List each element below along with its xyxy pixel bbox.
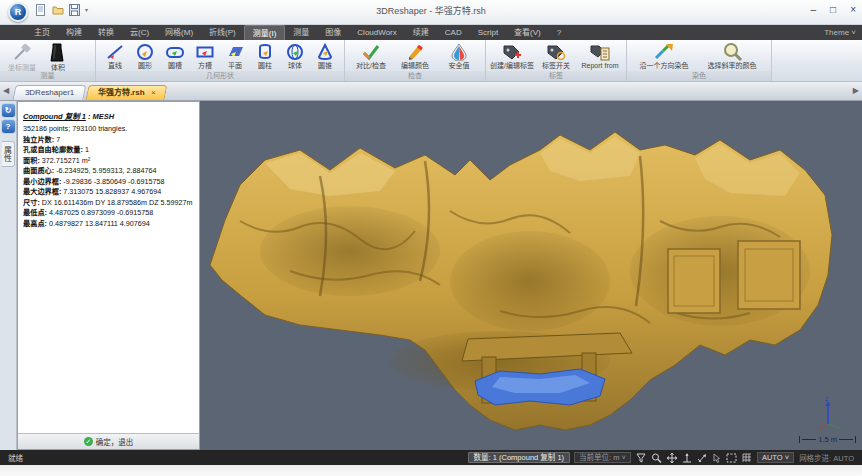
ribbon-tab-cad[interactable]: CAD <box>437 25 470 40</box>
shape-rect-slot-button[interactable]: 方槽 ▼ <box>190 41 220 75</box>
tag-switch-icon <box>545 42 567 62</box>
filter-icon[interactable] <box>636 453 646 463</box>
group-label-shapes: 几何形状 <box>96 71 344 81</box>
rect-slot-shape-icon <box>195 42 215 62</box>
color-along-direction-button[interactable]: 沿一个方向染色 <box>631 41 697 70</box>
doc-tab-huaqiangfangte[interactable]: 华强方特.rsh× <box>86 85 169 100</box>
ribbon-tab-home[interactable]: 主页 <box>26 25 58 40</box>
mesh-stat-lowest: 最低点: 4.487025 0.8973099 -0.6915758 <box>23 208 195 219</box>
mesh-stat-bbox-min: 最小边界框: -9.29836 -3.850649 -0.6915758 <box>23 177 195 188</box>
ribbon-body: 坐标测量 体积 ▼ 测量 直线 ▼ <box>0 40 862 82</box>
zoom-icon[interactable] <box>651 453 662 463</box>
mesh-stat-points: 352186 points; 793100 triangles. <box>23 124 195 135</box>
safety-value-button[interactable]: 安全值 <box>437 41 481 70</box>
axis-z-label: z <box>825 395 829 402</box>
minimize-button[interactable]: – <box>811 2 817 18</box>
ribbon-empty-space <box>772 40 862 81</box>
mesh-render <box>200 101 862 450</box>
doc-tabs-next-icon[interactable]: ▶ <box>853 86 859 95</box>
ribbon-tab-strip: 主页 构建 转换 云(C) 网格(M) 折线(P) 测量(I) 测量 图像 Cl… <box>0 25 862 40</box>
mesh-stat-highest: 最高点: 0.4879827 13.847111 4.907694 <box>23 219 195 230</box>
shape-line-button[interactable]: 直线 ▼ <box>100 41 130 75</box>
shape-circle-button[interactable]: 圆形 ▼ <box>130 41 160 75</box>
mesh-stat-bbox-max: 最大边界框: 7.313075 15.828937 4.967694 <box>23 187 195 198</box>
tag-plus-icon <box>501 42 523 62</box>
ribbon-tab-survey[interactable]: 测量 <box>285 25 317 40</box>
ribbon-group-inspect: 对比/检查 编辑颜色 安全值 检查 <box>345 40 486 81</box>
shape-plane-button[interactable]: 平面 ▼ <box>220 41 250 75</box>
rainbow-drop-icon <box>451 42 467 62</box>
group-label-inspect: 检查 <box>345 71 485 81</box>
color-pencil-icon <box>405 42 425 62</box>
properties-tab[interactable]: 属性 <box>2 141 15 167</box>
help-icon[interactable]: ? <box>2 120 15 133</box>
title-bar: R ▾ 3DReshaper - 华强方特.rsh – □ × <box>0 0 862 25</box>
document-tab-bar: ◀ 3DReshaper1 华强方特.rsh× ▶ <box>0 82 862 101</box>
ribbon-tab-extend[interactable]: 续建 <box>405 25 437 40</box>
grid-icon[interactable] <box>742 453 752 463</box>
shape-cone-button[interactable]: 圆锥 ▼ <box>310 41 340 75</box>
ribbon-tab-cloud[interactable]: 云(C) <box>122 25 157 40</box>
ribbon-tab-image[interactable]: 图像 <box>317 25 349 40</box>
mesh-stat-area: 面积: 372.715271 m² <box>23 156 195 167</box>
shape-sphere-button[interactable]: 球体 ▼ <box>280 41 310 75</box>
create-edit-label-button[interactable]: 创建/编辑标签 <box>490 41 534 70</box>
edit-colors-button[interactable]: 编辑颜色 <box>393 41 437 70</box>
shape-cylinder-button[interactable]: 圆柱 ▼ <box>250 41 280 75</box>
slope-color-button[interactable]: 选择斜率的颜色 <box>697 41 767 70</box>
close-button[interactable]: × <box>850 2 856 18</box>
ribbon-tab-construct[interactable]: 构建 <box>58 25 90 40</box>
compare-inspect-button[interactable]: 对比/检查 <box>349 41 393 70</box>
axis-z-up-icon[interactable] <box>682 453 692 463</box>
back-icon[interactable]: ↻ <box>2 104 15 117</box>
group-label-labels: 标签 <box>486 71 626 81</box>
doc-tabs-prev-icon[interactable]: ◀ <box>3 86 9 95</box>
pick-icon[interactable] <box>712 453 721 463</box>
scale-bar-label: 1.5 m <box>818 435 837 444</box>
doc-tab-close-icon[interactable]: × <box>151 86 156 100</box>
tag-report-icon <box>589 42 611 62</box>
unit-dropdown[interactable]: 当前单位: m ˅ <box>574 452 631 463</box>
beaker-icon <box>49 42 67 64</box>
status-icons <box>636 453 752 463</box>
window-bottom-edge <box>0 465 862 476</box>
ribbon-tab-view[interactable]: 查看(V) <box>506 25 549 40</box>
coordinate-measure-button[interactable]: 坐标测量 <box>4 41 40 72</box>
toggle-labels-button[interactable]: 标签开关 <box>534 41 578 70</box>
mesh-stat-centroid: 曲面质心: -6.234925, 5.959313, 2.884764 <box>23 166 195 177</box>
selection-box-icon[interactable] <box>726 453 737 463</box>
hammer-icon <box>12 42 32 64</box>
left-icon-strip: ↻ ? 属性 <box>0 101 17 450</box>
slot-shape-icon <box>165 42 185 62</box>
selection-info[interactable]: 数量: 1 (Compound 复制 1) <box>468 452 570 463</box>
status-bar: 就绪 数量: 1 (Compound 复制 1) 当前单位: m ˅ AUTO … <box>0 450 862 465</box>
viewport-3d[interactable]: z 1.5 m <box>200 101 862 450</box>
move-icon[interactable] <box>667 453 677 463</box>
ok-exit-button[interactable]: ✓ 确定，退出 <box>78 435 140 448</box>
plane-shape-icon <box>225 42 245 62</box>
ribbon-tab-mesh[interactable]: 网格(M) <box>157 25 201 40</box>
auto-dropdown[interactable]: AUTO ˅ <box>757 452 794 463</box>
ribbon-tab-cloudworx[interactable]: CloudWorx <box>349 25 404 40</box>
ribbon-tab-help[interactable]: ? <box>549 25 569 40</box>
shape-slot-button[interactable]: 圆槽 ▼ <box>160 41 190 75</box>
scale-bar: 1.5 m <box>799 435 856 444</box>
properties-panel-body: Compound 复制 1 : MESH 352186 points; 7931… <box>18 102 199 433</box>
status-ready: 就绪 <box>8 452 23 463</box>
axis-triad: z <box>812 398 846 432</box>
ribbon-tab-measure-active[interactable]: 测量(I) <box>244 25 286 40</box>
group-label-measure: 测量 <box>0 71 95 81</box>
compare-check-icon <box>361 42 381 62</box>
ribbon-tab-convert[interactable]: 转换 <box>90 25 122 40</box>
line-shape-icon <box>105 42 125 62</box>
circle-shape-icon <box>135 42 155 62</box>
ribbon-tab-polyline[interactable]: 折线(P) <box>201 25 244 40</box>
ribbon-group-labels: 创建/编辑标签 标签开关 Report from Labels 标签 <box>486 40 627 81</box>
ribbon-tab-script[interactable]: Script <box>470 25 506 40</box>
main-area: ↻ ? 属性 Compound 复制 1 : MESH 352186 point… <box>0 101 862 450</box>
mesh-stat-holes: 孔或自由轮廓数量: 1 <box>23 145 195 156</box>
doc-tab-3dreshaper1[interactable]: 3DReshaper1 <box>12 85 87 100</box>
maximize-button[interactable]: □ <box>830 2 836 18</box>
theme-dropdown[interactable]: Theme ˅ <box>824 25 856 40</box>
orbit-icon[interactable] <box>697 453 707 463</box>
